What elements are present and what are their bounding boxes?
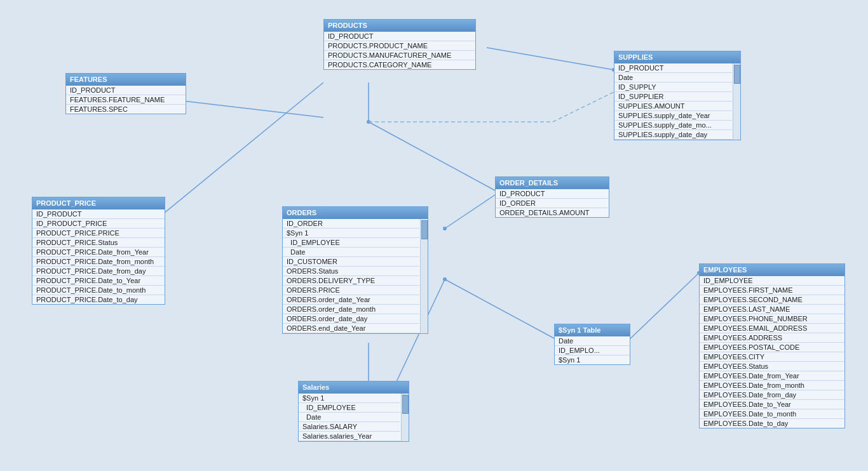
table-row: PRODUCTS.CATEGORY_NAME [324, 60, 475, 69]
table-order-details: ORDER_DETAILS ID_PRODUCT ID_ORDER ORDER_… [495, 176, 609, 218]
table-employees-header: EMPLOYEES [700, 264, 844, 276]
table-order-details-header: ORDER_DETAILS [496, 177, 609, 189]
table-row: FEATURES.FEATURE_NAME [66, 95, 186, 105]
table-row: ORDERS.PRICE [283, 286, 419, 295]
orders-scrollbar[interactable] [420, 219, 428, 333]
table-row: Date [614, 73, 732, 83]
svg-line-13 [445, 279, 554, 338]
table-features: FEATURES ID_PRODUCT FEATURES.FEATURE_NAM… [65, 73, 186, 114]
svg-line-15 [626, 273, 699, 343]
table-ssyn1-header: $Syn 1 Table [555, 324, 630, 336]
table-row: EMPLOYEES.EMAIL_ADDRESS [700, 324, 844, 333]
table-products-header: PRODUCTS [324, 20, 475, 32]
salaries-scrollbar-thumb[interactable] [402, 395, 409, 414]
table-row: EMPLOYEES.POSTAL_CODE [700, 343, 844, 352]
table-row: ID_EMPLO... [555, 346, 630, 355]
table-row: $Syn 1 [283, 229, 419, 238]
table-row: EMPLOYEES.Date_to_month [700, 409, 844, 419]
table-row: ID_ORDER [496, 199, 609, 208]
svg-line-9 [445, 195, 495, 229]
table-row: SUPPLIES.supply_date_Year [614, 111, 732, 121]
table-row: ID_ORDER [283, 219, 419, 229]
svg-point-10 [443, 227, 447, 230]
table-orders-body: ID_ORDER $Syn 1 ID_EMPLOYEE Date ID_CUST… [283, 219, 428, 333]
salaries-scrollbar[interactable] [401, 394, 409, 441]
table-salaries: Salaries $Syn 1 ID_EMPLOYEE Date Salarie… [298, 381, 409, 442]
orders-scrollbar-thumb[interactable] [421, 220, 428, 239]
table-features-body: ID_PRODUCT FEATURES.FEATURE_NAME FEATURE… [66, 86, 186, 114]
table-features-header: FEATURES [66, 74, 186, 86]
table-salaries-header: Salaries [299, 381, 409, 394]
table-salaries-body: $Syn 1 ID_EMPLOYEE Date Salaries.SALARY … [299, 394, 409, 441]
table-product-price-body: ID_PRODUCT ID_PRODUCT_PRICE PRODUCT_PRIC… [32, 209, 165, 304]
table-row: PRODUCT_PRICE.Date_from_Year [32, 248, 165, 257]
table-ssyn1-body: Date ID_EMPLO... $Syn 1 [555, 336, 630, 364]
table-ssyn1: $Syn 1 Table Date ID_EMPLO... $Syn 1 [554, 324, 630, 365]
table-row: ORDERS.end_date_Year [283, 324, 419, 333]
table-orders-header: ORDERS [283, 207, 428, 219]
table-orders: ORDERS ID_ORDER $Syn 1 ID_EMPLOYEE Date … [282, 206, 428, 334]
table-employees-body: ID_EMPLOYEE EMPLOYEES.FIRST_NAME EMPLOYE… [700, 276, 844, 428]
table-row: ORDERS.Status [283, 267, 419, 276]
table-row: PRODUCT_PRICE.PRICE [32, 229, 165, 238]
table-row: EMPLOYEES.Date_to_Year [700, 400, 844, 409]
table-row: $Syn 1 [299, 394, 400, 403]
table-row: SUPPLIES.AMOUNT [614, 102, 732, 111]
svg-line-12 [553, 92, 614, 122]
table-row: PRODUCT_PRICE.Date_to_Year [32, 276, 165, 286]
table-row: ID_PRODUCT [324, 32, 475, 41]
svg-point-14 [443, 277, 447, 281]
table-row: EMPLOYEES.Date_from_day [700, 390, 844, 400]
table-row: ORDERS.DELIVERY_TYPE [283, 276, 419, 286]
table-row: PRODUCT_PRICE.Date_from_day [32, 267, 165, 276]
table-row: PRODUCT_PRICE.Date_from_month [32, 257, 165, 267]
supplies-scrollbar[interactable] [733, 63, 740, 140]
table-row: Date [555, 336, 630, 346]
table-row: PRODUCT_PRICE.Date_to_month [32, 286, 165, 295]
table-row: ID_PRODUCT_PRICE [32, 219, 165, 229]
svg-line-2 [487, 48, 614, 70]
table-row: EMPLOYEES.ADDRESS [700, 333, 844, 343]
table-products-body: ID_PRODUCT PRODUCTS.PRODUCT_NAME PRODUCT… [324, 32, 475, 69]
table-row: ID_PRODUCT [66, 86, 186, 95]
table-row: EMPLOYEES.Date_from_month [700, 381, 844, 390]
table-row: EMPLOYEES.LAST_NAME [700, 305, 844, 314]
table-supplies-body: ID_PRODUCT Date ID_SUPPLY ID_SUPPLIER SU… [614, 63, 740, 140]
table-row: ID_PRODUCT [614, 63, 732, 73]
table-supplies-header: SUPPLIES [614, 51, 740, 63]
table-row: Date [283, 248, 419, 257]
table-row: ID_SUPPLIER [614, 92, 732, 102]
table-row: ID_EMPLOYEE [299, 403, 400, 413]
table-row: ID_PRODUCT [32, 209, 165, 219]
table-row: PRODUCT_PRICE.Status [32, 238, 165, 248]
table-row: ORDER_DETAILS.AMOUNT [496, 208, 609, 217]
table-row: EMPLOYEES.CITY [700, 352, 844, 362]
table-row: ORDERS.order_date_day [283, 314, 419, 324]
table-row: Salaries.salaries_Year [299, 432, 400, 441]
table-row: SUPPLIES.supply_date_day [614, 130, 732, 140]
table-product-price-header: PRODUCT_PRICE [32, 197, 165, 209]
table-row: ORDERS.order_date_Year [283, 295, 419, 305]
table-row: PRODUCTS.PRODUCT_NAME [324, 41, 475, 51]
table-row: EMPLOYEES.FIRST_NAME [700, 286, 844, 295]
table-order-details-body: ID_PRODUCT ID_ORDER ORDER_DETAILS.AMOUNT [496, 189, 609, 217]
table-row: ID_PRODUCT [496, 189, 609, 199]
table-row: Salaries.SALARY [299, 422, 400, 432]
table-supplies: SUPPLIES ID_PRODUCT Date ID_SUPPLY ID_SU… [614, 51, 741, 140]
table-row: $Syn 1 [555, 355, 630, 364]
table-row: FEATURES.SPEC [66, 105, 186, 114]
table-row: EMPLOYEES.Status [700, 362, 844, 371]
table-row: EMPLOYEES.PHONE_NUMBER [700, 314, 844, 324]
table-row: ID_EMPLOYEE [700, 276, 844, 286]
table-row: ID_CUSTOMER [283, 257, 419, 267]
supplies-scrollbar-thumb[interactable] [734, 65, 740, 84]
table-row: EMPLOYEES.Date_from_Year [700, 371, 844, 381]
table-row: Date [299, 413, 400, 422]
table-employees: EMPLOYEES ID_EMPLOYEE EMPLOYEES.FIRST_NA… [699, 263, 845, 428]
svg-line-5 [369, 122, 495, 190]
table-row: ORDERS.order_date_month [283, 305, 419, 314]
table-product-price: PRODUCT_PRICE ID_PRODUCT ID_PRODUCT_PRIC… [32, 197, 165, 305]
table-row: ID_SUPPLY [614, 83, 732, 92]
table-row: ID_EMPLOYEE [283, 238, 419, 248]
table-row: EMPLOYEES.Date_to_day [700, 419, 844, 428]
